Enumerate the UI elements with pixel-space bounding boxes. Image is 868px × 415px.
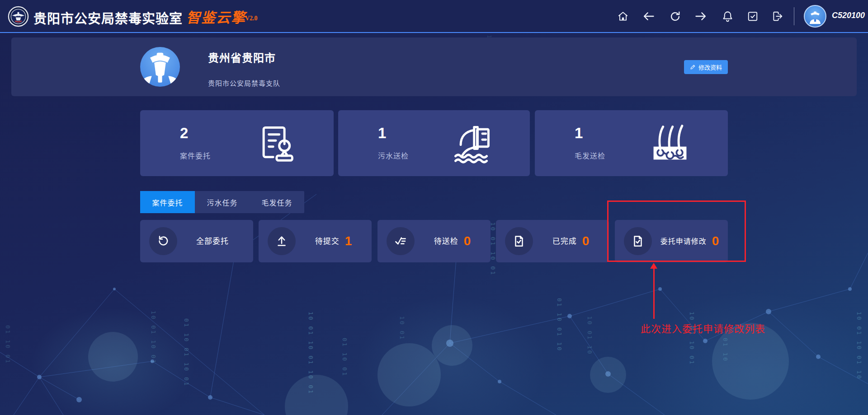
annotation-text: 此次进入委托申请修改列表 (641, 321, 765, 335)
case-document-stamp-icon (255, 122, 297, 164)
app-window: 10 01 10 01 01 10 01 10 01 10 01 10 01 1… (0, 0, 868, 415)
stat-value: 1 (575, 125, 583, 142)
sewage-pipe-icon (451, 122, 493, 164)
back-arrow-icon[interactable] (641, 9, 656, 24)
tab-sewage-task[interactable]: 污水任务 (195, 191, 250, 213)
stat-label: 污水送检 (378, 150, 409, 161)
profile-region: 贵州省贵阳市 (208, 49, 276, 65)
filter-entrust-modify-button[interactable]: 委托申请修改0 (615, 220, 728, 262)
action-label: 全部委托 (196, 237, 229, 246)
action-count: 0 (712, 234, 720, 248)
profile-banner: 贵州省贵阳市 贵阳市公安局禁毒支队 修改资料 (11, 37, 857, 96)
forward-arrow-icon[interactable] (693, 9, 708, 24)
action-count: 0 (582, 234, 590, 248)
stat-card-case[interactable]: 2 案件委托 (140, 110, 334, 176)
upload-icon (268, 227, 296, 255)
notification-bell-icon[interactable] (720, 9, 735, 24)
edit-profile-button[interactable]: 修改资料 (684, 60, 728, 74)
tab-case-entrust[interactable]: 案件委托 (140, 191, 195, 213)
brand-logo-text: 智鉴云擎 (186, 6, 246, 27)
filter-to-inspect-button[interactable]: 待送检0 (377, 220, 491, 262)
filter-all-entrust-button[interactable]: 全部委托 (140, 220, 253, 262)
annotation-arrow-icon (650, 263, 657, 269)
document-check-icon (624, 227, 652, 255)
stat-label: 毛发送检 (575, 150, 605, 161)
checklist-icon (387, 227, 415, 255)
profile-department: 贵阳市公安局禁毒支队 (208, 78, 280, 88)
stat-card-hair[interactable]: 1 毛发送检 (535, 110, 728, 176)
edit-profile-label: 修改资料 (698, 63, 722, 71)
document-check-icon (505, 227, 533, 255)
brand-version: V2.0 (245, 15, 258, 22)
annotation-arrow-line (653, 268, 655, 319)
user-avatar[interactable] (804, 5, 826, 28)
filter-completed-button[interactable]: 已完成0 (496, 220, 609, 262)
stat-value: 1 (378, 125, 386, 142)
action-count: 1 (345, 234, 353, 248)
home-icon[interactable] (615, 9, 631, 24)
username-label: C520100 (832, 11, 865, 20)
header-divider (794, 7, 794, 25)
task-tabbar: 案件委托 污水任务 毛发任务 (140, 191, 304, 213)
stat-label: 案件委托 (180, 150, 211, 161)
action-label: 待送检 (434, 237, 458, 246)
stat-card-sewage[interactable]: 1 污水送检 (338, 110, 530, 176)
action-label: 已完成 (552, 237, 577, 246)
action-label: 待提交 (315, 237, 340, 246)
hair-follicle-icon (649, 122, 691, 164)
tab-hair-task[interactable]: 毛发任务 (250, 191, 304, 213)
action-label: 委托申请修改 (660, 238, 707, 245)
stat-value: 2 (180, 125, 188, 142)
filter-to-submit-button[interactable]: 待提交1 (259, 220, 372, 262)
refresh-icon[interactable] (667, 9, 683, 24)
pencil-icon (690, 64, 696, 70)
police-badge-logo (8, 6, 29, 27)
reset-circular-arrow-icon (149, 227, 177, 255)
action-count: 0 (464, 234, 472, 248)
logout-icon[interactable] (770, 9, 785, 24)
app-title: 贵阳市公安局禁毒实验室 (33, 8, 183, 27)
top-header: 贵阳市公安局禁毒实验室 智鉴云擎 V2.0 (0, 0, 868, 33)
todo-check-icon[interactable] (745, 9, 760, 24)
profile-avatar (140, 47, 180, 87)
